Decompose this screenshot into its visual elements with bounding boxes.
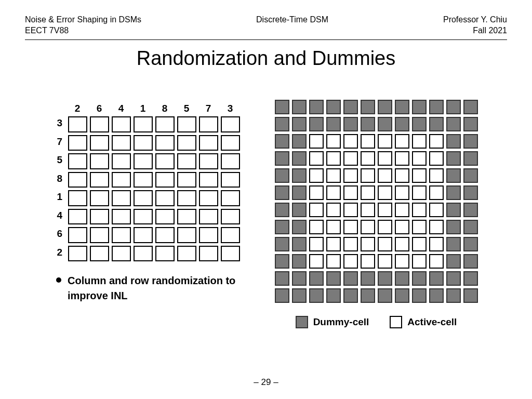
dummy-cell — [446, 203, 461, 217]
grid-cell — [155, 153, 175, 169]
active-cell — [361, 254, 375, 269]
dummy-cell — [292, 117, 307, 131]
legend-dummy: Dummy-cell — [296, 316, 369, 328]
grid-cell — [134, 135, 153, 151]
grid-cell — [134, 227, 153, 243]
dummy-cell — [361, 288, 375, 303]
active-cell — [429, 151, 444, 166]
dummy-cell — [361, 117, 375, 131]
grid-cell — [68, 153, 87, 169]
dummy-cell — [292, 203, 307, 217]
grid-cell — [68, 209, 87, 225]
active-cell — [343, 134, 358, 149]
row-label: 7 — [53, 132, 62, 151]
header-course: EECT 7V88 — [25, 25, 141, 36]
dummy-cell — [429, 100, 444, 114]
column-labels: 26418573 — [66, 99, 241, 115]
active-cell — [378, 254, 392, 269]
grid-cell — [68, 227, 87, 243]
dummy-cell — [292, 151, 307, 166]
active-cell — [343, 220, 358, 234]
dummy-cell — [326, 271, 341, 286]
dummy-cell — [446, 168, 461, 183]
dummy-cell — [412, 288, 427, 303]
header-right: Professor Y. Chiu Fall 2021 — [443, 15, 507, 36]
row-labels: 37581462 — [53, 114, 62, 262]
grid-cell — [112, 246, 131, 262]
grid-cell — [177, 153, 196, 169]
legend-active: Active-cell — [390, 316, 457, 328]
dummy-cell — [429, 117, 444, 131]
grid-cell — [177, 135, 196, 151]
dummy-cell — [343, 271, 358, 286]
active-cell — [361, 185, 375, 200]
active-cell — [429, 185, 444, 200]
dummy-cell — [395, 117, 409, 131]
active-cell — [429, 134, 444, 149]
grid-cell — [112, 227, 131, 243]
active-cell — [412, 134, 427, 149]
active-cell — [378, 134, 392, 149]
dummy-cell — [275, 203, 289, 217]
grid-cell — [221, 135, 240, 151]
dummy-cell — [309, 271, 324, 286]
grid-cell — [177, 172, 196, 188]
dummy-cell — [292, 220, 307, 234]
dummy-cell — [275, 100, 289, 114]
grid-cell — [199, 227, 218, 243]
dummy-cell — [412, 117, 427, 131]
dummy-cell — [343, 100, 358, 114]
grid-cell — [221, 172, 240, 188]
dummy-cell — [446, 271, 461, 286]
grid-cell — [199, 246, 218, 262]
column-label: 5 — [176, 103, 197, 114]
active-cell — [343, 151, 358, 166]
dummy-cell — [395, 271, 409, 286]
active-cell — [412, 203, 427, 217]
active-cell — [395, 151, 409, 166]
active-cell — [378, 168, 392, 183]
active-cell — [395, 203, 409, 217]
header-topic: Noise & Error Shaping in DSMs — [25, 15, 141, 25]
grid-cell — [90, 246, 109, 262]
grid-cell — [68, 246, 87, 262]
column-label: 1 — [132, 103, 154, 114]
dummy-cell — [275, 271, 289, 286]
active-cell — [412, 237, 427, 251]
grid-cell — [199, 135, 218, 151]
dummy-cell — [378, 271, 392, 286]
header-term: Fall 2021 — [443, 25, 507, 36]
active-cell — [309, 134, 324, 149]
active-cell — [343, 203, 358, 217]
dummy-cell — [275, 254, 289, 269]
active-cell — [309, 168, 324, 183]
dummy-cell — [292, 134, 307, 149]
active-cell — [361, 151, 375, 166]
header-center: Discrete-Time DSM — [256, 15, 328, 36]
grid-cell — [221, 209, 240, 225]
grid-cell — [112, 172, 131, 188]
dummy-cell — [446, 100, 461, 114]
dummy-cell — [463, 237, 478, 251]
column-label: 4 — [110, 103, 132, 114]
dummy-cell — [326, 288, 341, 303]
randomization-caption: Column and row randomization to improve … — [68, 273, 244, 303]
dummy-cell — [429, 271, 444, 286]
slide-title: Randomization and Dummies — [25, 47, 507, 70]
header-professor: Professor Y. Chiu — [443, 15, 507, 25]
dummy-cell — [463, 203, 478, 217]
active-cell — [326, 134, 341, 149]
dummy-cell — [326, 117, 341, 131]
active-cell — [429, 203, 444, 217]
dummy-cell — [343, 288, 358, 303]
grid-cell — [155, 246, 175, 262]
grid-cell — [177, 246, 196, 262]
dummy-cell — [309, 117, 324, 131]
row-label: 4 — [53, 206, 62, 225]
legend: Dummy-cell Active-cell — [296, 316, 457, 328]
dummy-cell — [446, 185, 461, 200]
dummy-cell — [275, 151, 289, 166]
randomization-figure: 37581462 26418573 Column and row randomi… — [53, 99, 244, 328]
active-cell — [309, 203, 324, 217]
grid-cell — [68, 172, 87, 188]
